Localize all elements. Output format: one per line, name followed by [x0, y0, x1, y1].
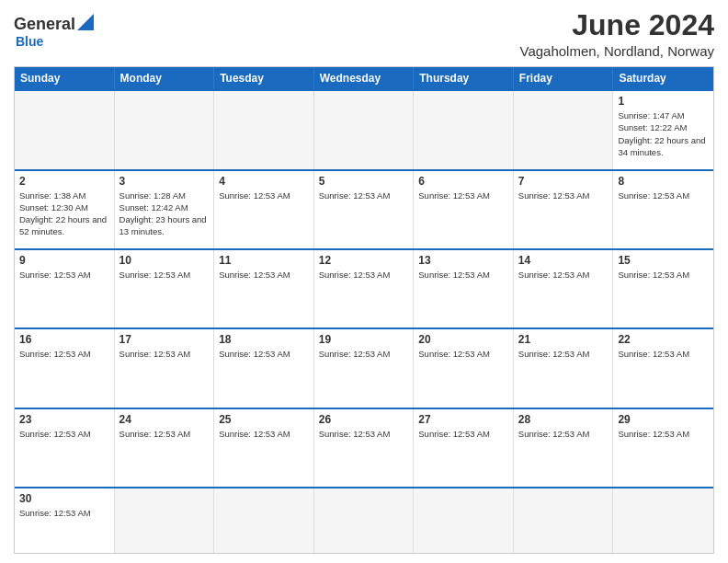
calendar-cell-5-0: 30Sunrise: 12:53 AM — [15, 488, 115, 553]
calendar-cell-5-6 — [613, 488, 713, 553]
day-number: 6 — [418, 175, 508, 188]
calendar-cell-5-4 — [414, 488, 514, 553]
day-number: 23 — [19, 413, 109, 426]
calendar-cell-1-1: 3Sunrise: 1:28 AM Sunset: 12:42 AM Dayli… — [115, 171, 215, 248]
day-info: Sunrise: 12:53 AM — [319, 269, 409, 281]
day-info: Sunrise: 1:38 AM Sunset: 12:30 AM Daylig… — [19, 190, 109, 238]
day-info: Sunrise: 12:53 AM — [19, 507, 109, 519]
day-number: 13 — [418, 254, 508, 267]
day-info: Sunrise: 12:53 AM — [319, 190, 409, 201]
page: General Blue June 2024 Vagaholmen, Nordl… — [0, 0, 728, 563]
weekday-header-sunday: Sunday — [15, 67, 115, 89]
day-info: Sunrise: 12:53 AM — [618, 269, 709, 281]
calendar-row-2: 9Sunrise: 12:53 AM10Sunrise: 12:53 AM11S… — [15, 248, 713, 327]
calendar-cell-0-5 — [514, 91, 614, 168]
calendar-row-0: 1Sunrise: 1:47 AM Sunset: 12:22 AM Dayli… — [15, 89, 713, 168]
day-number: 27 — [418, 413, 508, 426]
day-number: 5 — [319, 175, 409, 188]
calendar: SundayMondayTuesdayWednesdayThursdayFrid… — [14, 66, 714, 554]
day-info: Sunrise: 12:53 AM — [319, 348, 409, 360]
weekday-header-wednesday: Wednesday — [314, 67, 415, 89]
calendar-cell-2-2: 11Sunrise: 12:53 AM — [214, 250, 314, 327]
day-info: Sunrise: 12:53 AM — [219, 269, 309, 281]
day-number: 3 — [119, 175, 210, 188]
calendar-cell-3-1: 17Sunrise: 12:53 AM — [115, 329, 215, 407]
weekday-header-monday: Monday — [115, 67, 215, 89]
location: Vagaholmen, Nordland, Norway — [519, 43, 714, 59]
calendar-cell-3-3: 19Sunrise: 12:53 AM — [314, 329, 415, 407]
day-number: 7 — [518, 175, 609, 188]
day-info: Sunrise: 12:53 AM — [518, 348, 609, 360]
calendar-row-1: 2Sunrise: 1:38 AM Sunset: 12:30 AM Dayli… — [15, 169, 713, 248]
day-info: Sunrise: 12:53 AM — [219, 190, 309, 201]
day-info: Sunrise: 12:53 AM — [19, 428, 109, 440]
calendar-cell-4-6: 29Sunrise: 12:53 AM — [613, 409, 713, 487]
calendar-cell-0-3 — [314, 91, 415, 168]
calendar-cell-3-0: 16Sunrise: 12:53 AM — [15, 329, 115, 407]
day-number: 30 — [19, 492, 109, 505]
day-number: 19 — [319, 333, 409, 346]
day-number: 28 — [518, 413, 609, 426]
day-number: 29 — [618, 413, 709, 426]
calendar-cell-5-5 — [514, 488, 614, 553]
day-info: Sunrise: 12:53 AM — [119, 269, 210, 281]
day-info: Sunrise: 12:53 AM — [219, 428, 309, 440]
day-number: 18 — [219, 333, 309, 346]
calendar-cell-5-2 — [214, 488, 314, 553]
calendar-cell-1-4: 6Sunrise: 12:53 AM — [414, 171, 514, 248]
calendar-cell-0-4 — [414, 91, 514, 168]
calendar-cell-3-5: 21Sunrise: 12:53 AM — [514, 329, 614, 407]
month-year: June 2024 — [519, 9, 714, 41]
calendar-cell-4-0: 23Sunrise: 12:53 AM — [15, 409, 115, 487]
day-number: 12 — [319, 254, 409, 267]
calendar-cell-3-6: 22Sunrise: 12:53 AM — [613, 329, 713, 407]
day-number: 8 — [618, 175, 709, 188]
svg-marker-0 — [77, 14, 94, 30]
day-info: Sunrise: 12:53 AM — [518, 428, 609, 440]
logo-icon — [77, 14, 94, 30]
day-info: Sunrise: 12:53 AM — [518, 190, 609, 201]
calendar-cell-4-1: 24Sunrise: 12:53 AM — [115, 409, 215, 487]
weekday-header-tuesday: Tuesday — [214, 67, 314, 89]
day-info: Sunrise: 1:28 AM Sunset: 12:42 AM Daylig… — [119, 190, 210, 238]
day-number: 14 — [518, 254, 609, 267]
calendar-row-3: 16Sunrise: 12:53 AM17Sunrise: 12:53 AM18… — [15, 327, 713, 407]
day-info: Sunrise: 12:53 AM — [618, 190, 709, 201]
day-info: Sunrise: 12:53 AM — [319, 428, 409, 440]
day-number: 17 — [119, 333, 210, 346]
day-info: Sunrise: 12:53 AM — [19, 348, 109, 360]
calendar-cell-4-2: 25Sunrise: 12:53 AM — [214, 409, 314, 487]
day-info: Sunrise: 12:53 AM — [418, 348, 508, 360]
calendar-cell-0-0 — [15, 91, 115, 168]
day-number: 22 — [618, 333, 709, 346]
logo-general: General — [14, 16, 75, 32]
calendar-body: 1Sunrise: 1:47 AM Sunset: 12:22 AM Dayli… — [15, 89, 713, 553]
calendar-cell-3-4: 20Sunrise: 12:53 AM — [414, 329, 514, 407]
day-info: Sunrise: 12:53 AM — [119, 428, 210, 440]
weekday-header-thursday: Thursday — [414, 67, 514, 89]
calendar-cell-5-3 — [314, 488, 415, 553]
day-info: Sunrise: 12:53 AM — [119, 348, 210, 360]
calendar-cell-0-1 — [115, 91, 215, 168]
calendar-cell-3-2: 18Sunrise: 12:53 AM — [214, 329, 314, 407]
day-info: Sunrise: 12:53 AM — [418, 428, 508, 440]
calendar-cell-1-0: 2Sunrise: 1:38 AM Sunset: 12:30 AM Dayli… — [15, 171, 115, 248]
calendar-cell-1-3: 5Sunrise: 12:53 AM — [314, 171, 415, 248]
title-area: June 2024 Vagaholmen, Nordland, Norway — [519, 9, 714, 59]
calendar-header: SundayMondayTuesdayWednesdayThursdayFrid… — [15, 67, 713, 89]
day-number: 9 — [19, 254, 109, 267]
calendar-row-5: 30Sunrise: 12:53 AM — [15, 487, 713, 553]
day-number: 24 — [119, 413, 210, 426]
day-number: 21 — [518, 333, 609, 346]
day-number: 26 — [319, 413, 409, 426]
calendar-cell-2-0: 9Sunrise: 12:53 AM — [15, 250, 115, 327]
day-number: 15 — [618, 254, 709, 267]
day-info: Sunrise: 12:53 AM — [618, 348, 709, 360]
day-number: 16 — [19, 333, 109, 346]
calendar-row-4: 23Sunrise: 12:53 AM24Sunrise: 12:53 AM25… — [15, 408, 713, 487]
calendar-cell-5-1 — [115, 488, 215, 553]
calendar-cell-1-5: 7Sunrise: 12:53 AM — [514, 171, 614, 248]
calendar-cell-2-1: 10Sunrise: 12:53 AM — [115, 250, 215, 327]
day-number: 25 — [219, 413, 309, 426]
day-number: 4 — [219, 175, 309, 188]
